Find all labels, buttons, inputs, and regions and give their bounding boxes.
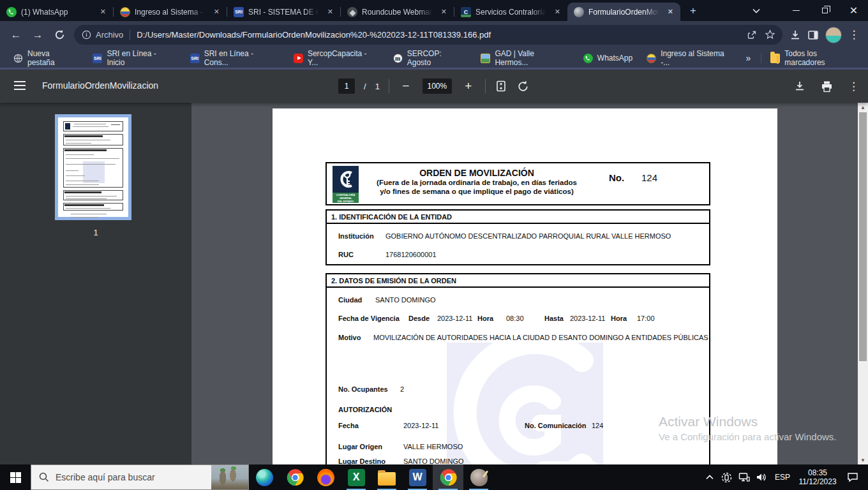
share-icon[interactable]	[743, 26, 761, 44]
sri-icon: SRI	[190, 54, 200, 63]
tab-close-icon[interactable]: ✕	[98, 6, 108, 17]
order-number-value: 124	[641, 172, 657, 183]
address-bar[interactable]: Archivo D:/Users/Master/Downloads/Formul…	[74, 25, 782, 45]
tab-roundcube[interactable]: Roundcube Webmail ✕	[341, 3, 454, 21]
network-icon[interactable]	[735, 464, 752, 490]
side-panel-button[interactable]	[804, 26, 822, 44]
page-number-input[interactable]: 1	[338, 78, 355, 94]
zoom-out-button[interactable]: −	[398, 79, 414, 93]
bookmark-label: SercopCapacita - Y...	[308, 49, 379, 67]
bookmarks-overflow-chevron[interactable]: »	[742, 53, 754, 63]
profile-avatar[interactable]	[825, 27, 842, 43]
url-scheme-label: Archivo	[96, 30, 123, 40]
minimize-button[interactable]	[782, 0, 811, 21]
taskbar-chrome-active-button[interactable]	[433, 464, 463, 490]
info-icon[interactable]	[82, 30, 91, 40]
pdf-action-buttons: ⋮	[794, 70, 859, 103]
taskbar-gimp-button[interactable]	[463, 464, 494, 490]
thumb-art	[63, 121, 123, 131]
activation-line1: Activar Windows	[659, 414, 836, 429]
bookmark-sercopcapacita[interactable]: SercopCapacita - Y...	[287, 51, 386, 65]
section1-heading: 1. IDENTIFICACIÓN DE LA ENTIDAD	[327, 211, 709, 224]
taskbar-chrome-button[interactable]	[280, 464, 310, 490]
new-tab-button[interactable]: +	[685, 3, 701, 19]
your-phone-icon[interactable]	[718, 464, 735, 490]
clock-date: 11/12/2023	[795, 477, 840, 486]
start-button[interactable]	[0, 464, 31, 490]
page-1-thumbnail[interactable]	[55, 114, 131, 220]
tab-close-icon[interactable]: ✕	[552, 6, 563, 17]
taskbar-explorer-button[interactable]	[371, 464, 402, 490]
window-controls: ✕	[742, 0, 868, 21]
vertical-scrollbar[interactable]: ▲ ▼	[858, 103, 868, 464]
form-subtitle-line1: (Fuera de la jornada ordinaria de trabaj…	[371, 178, 582, 187]
tray-expand-chevron-icon[interactable]	[701, 464, 718, 490]
clock[interactable]: 08:35 11/12/2023	[795, 468, 840, 486]
thumbnail-page-number: 1	[0, 228, 191, 237]
browser-menu-button[interactable]: ⋮	[845, 26, 863, 44]
pdf-thumbnail-sidebar: 1	[0, 103, 191, 464]
bookmark-label: SERCOP: Agosto	[407, 49, 467, 67]
zoom-in-button[interactable]: +	[461, 79, 476, 93]
bookmark-gad-valle-hermoso[interactable]: GAD | Valle Hermos...	[474, 51, 576, 65]
tab-ingreso-sistema[interactable]: Ingreso al Sistema - C ✕	[114, 3, 227, 21]
tab-whatsapp[interactable]: (1) WhatsApp ✕	[0, 3, 113, 21]
language-indicator[interactable]: ESP	[770, 473, 795, 482]
tab-close-icon[interactable]: ✕	[211, 6, 222, 17]
pdf-more-options-button[interactable]: ⋮	[848, 80, 859, 93]
tab-title: SRI - SISTEMA DE CO	[248, 8, 320, 17]
thumb-art	[63, 190, 123, 200]
zoom-level-input[interactable]: 100%	[423, 78, 452, 94]
minimize-icon	[793, 10, 800, 11]
url-text[interactable]: D:/Users/Master/Downloads/FormularioOrde…	[137, 30, 743, 40]
rotate-button[interactable]	[516, 80, 530, 93]
gad-landscape-icon	[481, 54, 490, 63]
ciudad-value: SANTO DOMINGO	[375, 296, 436, 304]
scroll-up-arrow[interactable]: ▲	[858, 103, 868, 112]
all-bookmarks-button[interactable]: Todos los marcadores	[768, 51, 862, 65]
action-center-icon[interactable]	[840, 464, 865, 490]
taskbar-excel-button[interactable]: X	[341, 464, 371, 490]
comunicacion-label: No. Comunicación	[525, 422, 587, 429]
edge-icon	[256, 469, 273, 486]
scroll-down-arrow[interactable]: ▼	[858, 456, 868, 464]
tab-servicios-contraloria[interactable]: C Servicios Contraloría ✕	[454, 3, 567, 21]
downloads-button[interactable]	[786, 26, 804, 44]
taskbar-search-input[interactable]	[56, 472, 211, 482]
bookmark-sercop-agosto[interactable]: m SERCOP: Agosto	[386, 51, 474, 65]
volume-icon[interactable]	[752, 464, 770, 490]
tab-search-chevron-icon[interactable]	[742, 0, 770, 21]
search-highlight-image[interactable]	[211, 465, 248, 489]
taskbar-search-box[interactable]	[31, 464, 249, 490]
taskbar-edge-button[interactable]	[249, 464, 280, 490]
bookmark-sri-inicio[interactable]: SRI SRI en Línea - Inicio	[86, 51, 183, 65]
tab-close-icon[interactable]: ✕	[665, 6, 676, 17]
restore-button[interactable]	[811, 0, 839, 21]
thumb-art	[63, 148, 123, 188]
pdf-menu-icon[interactable]	[14, 81, 26, 90]
bookmark-whatsapp[interactable]: WhatsApp	[576, 51, 640, 65]
fit-page-button[interactable]	[495, 80, 507, 93]
close-window-button[interactable]: ✕	[839, 0, 868, 21]
bookmark-nueva-pestana[interactable]: Nueva pestaña	[6, 51, 86, 65]
reload-button[interactable]	[49, 24, 70, 46]
tab-close-icon[interactable]: ✕	[438, 6, 449, 17]
page-separator: /	[364, 82, 366, 91]
pdf-print-button[interactable]	[821, 80, 833, 93]
autorizacion-heading: AUTORIZACIÓN	[338, 406, 392, 413]
whatsapp-icon	[583, 54, 593, 63]
tab-formulario-pdf-active[interactable]: FormularioOrdenMov ✕	[567, 3, 680, 21]
taskbar-firefox-button[interactable]	[310, 464, 341, 490]
scrollbar-thumb[interactable]	[859, 112, 867, 361]
back-button[interactable]: ←	[5, 24, 27, 46]
bookmark-sri-consultas[interactable]: SRI SRI en Línea - Cons...	[183, 51, 287, 65]
youtube-icon	[294, 54, 303, 63]
taskbar-word-button[interactable]: W	[402, 464, 433, 490]
bookmark-star-icon[interactable]	[761, 26, 779, 44]
tab-close-icon[interactable]: ✕	[325, 6, 336, 17]
pdf-download-button[interactable]	[794, 80, 805, 92]
forward-button[interactable]: →	[27, 24, 49, 46]
tab-sri-sistema[interactable]: SRI SRI - SISTEMA DE CO ✕	[227, 3, 340, 21]
tab-title: Servicios Contraloría	[475, 8, 548, 17]
bookmark-ingreso-sistema[interactable]: Ingreso al Sistema -...	[640, 51, 742, 65]
